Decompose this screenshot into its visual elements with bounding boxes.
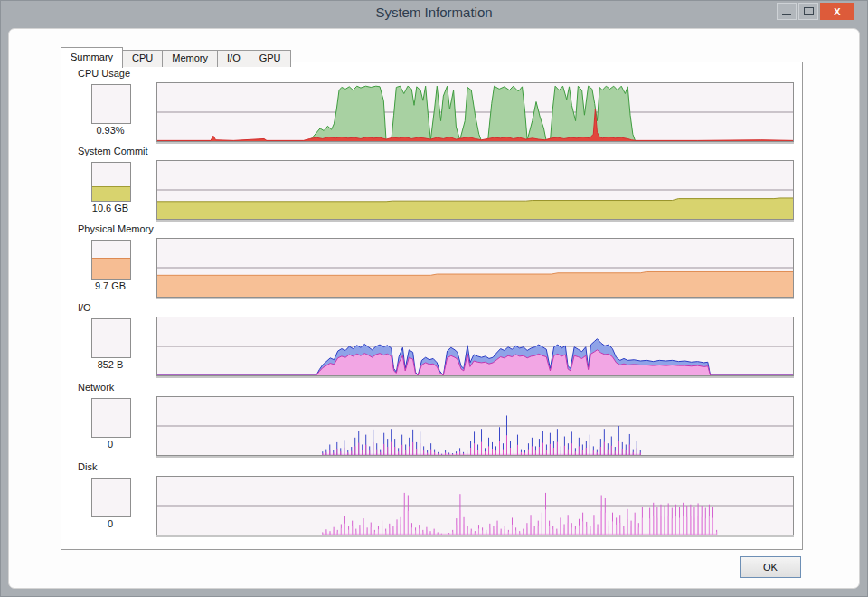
minimize-button[interactable]	[777, 3, 797, 20]
cpu-current-value: 0.93%	[69, 125, 152, 136]
physmem-box-fill	[92, 258, 130, 279]
title-bar[interactable]: System Information X	[1, 1, 867, 24]
maximize-icon	[804, 7, 814, 15]
dialog-body: SummaryCPUMemoryI/OGPU CPU Usage0.93%Sys…	[8, 28, 860, 589]
physmem-history-graph[interactable]	[156, 238, 794, 298]
cpu-current-value-box	[91, 84, 131, 124]
network-current-value-box	[91, 398, 131, 438]
section-network: Network0	[61, 382, 802, 458]
disk-history-graph[interactable]	[156, 476, 794, 535]
commit-current-value: 10.6 GB	[69, 203, 152, 213]
physmem-current-value-box	[91, 240, 131, 280]
window-controls: X	[777, 3, 854, 20]
maximize-button[interactable]	[798, 3, 818, 20]
io-current-value: 852 B	[69, 359, 152, 370]
section-cpu: CPU Usage0.93%	[61, 68, 802, 144]
tab-gpu[interactable]: GPU	[250, 50, 291, 67]
disk-current-value-box	[91, 478, 131, 517]
ok-button[interactable]: OK	[740, 556, 801, 578]
physmem-section-label: Physical Memory	[78, 223, 154, 234]
commit-section-label: System Commit	[78, 146, 148, 156]
io-current-value-box	[91, 318, 131, 358]
io-section-label: I/O	[78, 302, 91, 313]
tab-page: CPU Usage0.93%System Commit10.6 GBPhysic…	[61, 62, 803, 550]
system-information-window: System Information X SummaryCPUMemoryI/O…	[0, 0, 868, 597]
minimize-icon	[782, 14, 791, 15]
physmem-current-value: 9.7 GB	[69, 280, 152, 291]
tab-i-o[interactable]: I/O	[217, 50, 250, 67]
network-section-label: Network	[78, 382, 114, 393]
commit-box-fill	[92, 186, 130, 201]
section-io: I/O852 B	[61, 302, 802, 378]
cpu-section-label: CPU Usage	[78, 68, 130, 79]
window-title: System Information	[1, 1, 867, 24]
network-current-value: 0	[69, 439, 152, 450]
io-history-graph[interactable]	[156, 317, 794, 376]
tab-strip: SummaryCPUMemoryI/OGPU	[61, 47, 290, 67]
disk-current-value: 0	[69, 518, 152, 529]
commit-current-value-box	[91, 162, 131, 202]
section-disk: Disk0	[61, 461, 802, 537]
disk-section-label: Disk	[78, 461, 97, 472]
close-button[interactable]: X	[820, 3, 854, 20]
tab-cpu[interactable]: CPU	[122, 50, 163, 67]
network-history-graph[interactable]	[156, 396, 794, 456]
section-commit: System Commit10.6 GB	[61, 146, 802, 222]
tab-memory[interactable]: Memory	[162, 50, 218, 67]
close-icon: X	[834, 6, 840, 17]
commit-history-graph[interactable]	[156, 160, 794, 220]
tab-summary[interactable]: Summary	[61, 47, 123, 68]
cpu-history-graph[interactable]	[156, 82, 794, 142]
section-physmem: Physical Memory9.7 GB	[61, 223, 802, 299]
